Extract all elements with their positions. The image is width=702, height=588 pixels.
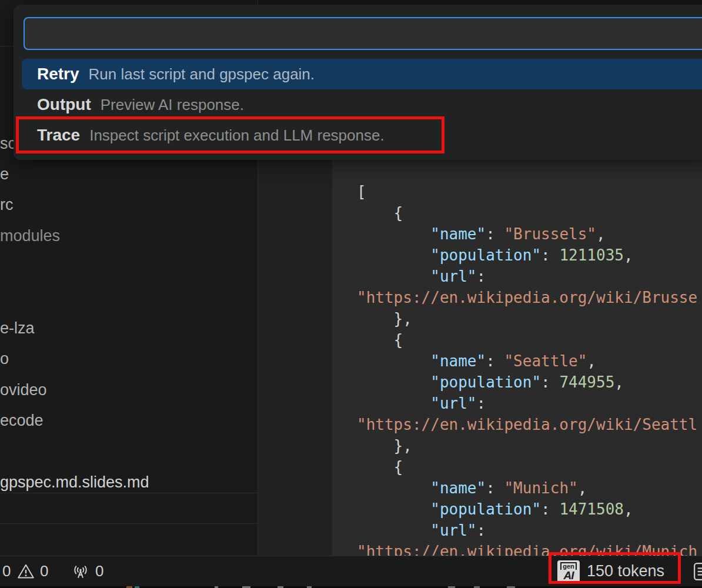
- file-tree-item[interactable]: rc: [0, 190, 258, 220]
- code-line: "url":: [357, 520, 702, 541]
- file-tree: scercmodulese-lzaoovideoecodegpspec.md.s…: [0, 128, 258, 498]
- quick-pick-list: RetryRun last script and gpspec again.Ou…: [22, 59, 702, 151]
- genai-tokens-item[interactable]: gen AI 150 tokens: [557, 556, 664, 586]
- file-tree-item-label: ecode: [0, 412, 44, 430]
- file-tree-item[interactable]: ecode: [0, 406, 258, 436]
- warning-icon: [16, 563, 35, 580]
- problems-errors-item[interactable]: 0: [2, 556, 11, 586]
- file-tree-item[interactable]: e: [0, 159, 258, 189]
- warning-count: 0: [40, 562, 48, 580]
- status-bar: 0 0: [0, 556, 702, 586]
- code-line: "https://en.wikipedia.org/wiki/Seattl: [357, 414, 702, 435]
- file-tree-item-label: o: [0, 350, 9, 368]
- sidebar-section-divider: [0, 493, 258, 493]
- file-tree-item[interactable]: modules: [0, 220, 258, 251]
- quick-pick-item-description: Preview AI response.: [101, 96, 244, 114]
- code-line: {: [357, 456, 702, 477]
- quick-pick-item-trace[interactable]: TraceInspect script execution and LLM re…: [22, 120, 702, 151]
- output-log-icon: [693, 561, 702, 582]
- code-line: },: [357, 435, 702, 456]
- quick-pick-input[interactable]: [24, 17, 702, 50]
- problems-warnings-item[interactable]: 0: [16, 556, 48, 586]
- file-tree-item[interactable]: ovideo: [0, 375, 258, 405]
- tokens-count: 150 tokens: [587, 562, 664, 580]
- file-tree-item-label: modules: [0, 227, 60, 245]
- code-line: "population": 1471508,: [357, 499, 702, 520]
- output-log-item[interactable]: [693, 556, 702, 586]
- sidebar-section-divider: [0, 523, 258, 524]
- quick-pick-item-description: Inspect script execution and LLM respons…: [89, 126, 385, 145]
- file-tree-item-empty[interactable]: [0, 436, 258, 467]
- port-count: 0: [95, 562, 103, 580]
- quick-pick-panel: RetryRun last script and gpspec again.Ou…: [14, 5, 702, 160]
- code-line: [: [357, 181, 702, 202]
- file-tree-item[interactable]: e-lza: [0, 313, 258, 343]
- code-line: "url":: [357, 393, 702, 414]
- code-line: "https://en.wikipedia.org/wiki/Munich: [357, 541, 702, 556]
- quick-pick-item-description: Run last script and gpspec again.: [89, 65, 315, 83]
- genai-icon: gen AI: [557, 560, 580, 583]
- quick-pick-item-label: Retry: [37, 65, 79, 83]
- code-line: "https://en.wikipedia.org/wiki/Brusse: [357, 287, 702, 308]
- quick-pick-item-output[interactable]: OutputPreview AI response.: [22, 89, 702, 120]
- code-line: },: [357, 308, 702, 329]
- code-line: {: [357, 329, 702, 350]
- file-tree-item-label: e: [0, 165, 9, 183]
- code-line: "population": 1211035,: [357, 245, 702, 266]
- file-tree-item-label: rc: [0, 196, 14, 214]
- code-line: {: [357, 202, 702, 223]
- ports-item[interactable]: 0: [71, 556, 103, 586]
- vscode-window: scercmodulese-lzaoovideoecodegpspec.md.s…: [0, 0, 702, 588]
- file-tree-item-label: e-lza: [0, 319, 35, 338]
- code-line: "name": "Brussels",: [357, 223, 702, 245]
- error-count: 0: [2, 562, 11, 580]
- broadcast-tower-icon: [71, 562, 91, 581]
- quick-pick-item-label: Trace: [37, 126, 80, 145]
- code-block: [ { "name": "Brussels", "population": 12…: [332, 160, 702, 556]
- quick-pick-item-retry[interactable]: RetryRun last script and gpspec again.: [22, 59, 702, 89]
- file-tree-item[interactable]: o: [0, 344, 258, 375]
- file-tree-item-empty[interactable]: [0, 252, 258, 282]
- code-line: "name": "Munich",: [357, 477, 702, 499]
- quick-pick-item-label: Output: [37, 95, 91, 114]
- file-tree-item-label: ovideo: [0, 381, 47, 399]
- code-line: "url":: [357, 266, 702, 287]
- code-line: "name": "Seattle",: [357, 350, 702, 372]
- file-tree-item-label: gpspec.md.slides.md: [0, 473, 149, 492]
- file-tree-item-empty[interactable]: [0, 282, 258, 313]
- code-line: "population": 744955,: [357, 372, 702, 393]
